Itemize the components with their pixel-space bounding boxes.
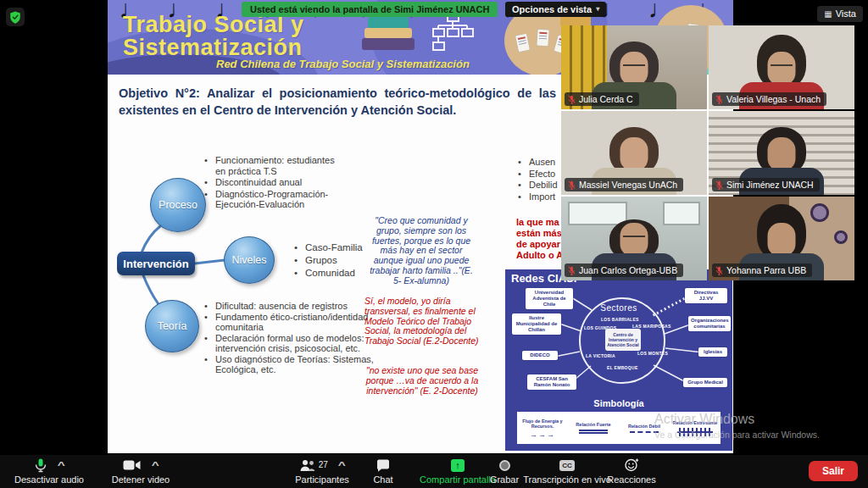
bullet-item: Discontinuidad anual (203, 177, 347, 188)
mic-muted-icon (568, 266, 576, 275)
participant-name: Simi Jiménez UNACH (726, 180, 814, 190)
bullet-item: Dificultad: ausencia de registros (203, 301, 379, 312)
video-tile-valeria[interactable]: Valeria Villegas - Unach (709, 25, 854, 109)
sector-label: LOS MONTES (637, 351, 668, 356)
chevron-down-icon: ▾ (596, 2, 599, 17)
leave-meeting-button[interactable]: Salir (809, 461, 858, 481)
redes-node-box: Ilustre Municipalidad de Chillán (512, 313, 561, 335)
windows-activation-watermark: Activar Windows Ve a Configuración para … (654, 412, 820, 440)
redes-node-box: DIDECO (522, 351, 558, 360)
cc-icon: CC (559, 460, 575, 471)
watermark-line1: Activar Windows (654, 412, 820, 427)
participant-name-tag: Julia Cerda C (565, 92, 639, 106)
watermark-line2: Ve a Configuración para activar Windows. (654, 430, 820, 440)
quote-docente-2: "no existe uno que sea base porque …va d… (364, 366, 480, 396)
stop-video-label: Detener video (112, 474, 170, 485)
record-button[interactable]: Grabar (485, 458, 524, 485)
legend-item: Flujo de Energía y Recursos. →→→ (517, 412, 568, 444)
video-options-caret[interactable]: ^ (152, 460, 159, 470)
redes-node-box: Organizaciones comunitarias (688, 316, 731, 331)
legend-title: Simbología (505, 398, 732, 408)
stop-video-button[interactable]: ^ Detener video (100, 458, 181, 485)
video-tile-juan[interactable]: Juan Carlos Ortega-UBB (561, 197, 707, 280)
participants-button[interactable]: 27 ^ Participantes (280, 458, 364, 485)
audio-options-caret[interactable]: ^ (57, 460, 64, 470)
smiley-reactions-icon (625, 458, 639, 472)
bullet-item: Funcionamiento: estudiantes en práctica … (203, 155, 347, 176)
participants-count: 27 (319, 460, 328, 469)
mute-audio-button[interactable]: ^ Desactivar audio (7, 458, 92, 485)
share-screen-icon: ↑ (451, 459, 465, 472)
sector-label: LOS BARRIALES (601, 317, 639, 322)
redes-node-box: Universidad Adventista de Chile (526, 288, 573, 309)
quote-exalumna: "Creo que comunidad y grupo, siempre son… (366, 216, 476, 286)
live-transcript-button[interactable]: CC Transcripción en vivo (520, 458, 614, 485)
participant-name-tag: Juan Carlos Ortega-UBB (565, 263, 683, 277)
redes-node-box: CESFAM San Ramón Nonato (527, 374, 576, 390)
diagram-node-proceso: Proceso (150, 178, 206, 232)
bullet-item: Declaración formal uso de modelos: inter… (203, 333, 379, 354)
diagram-root-intervencion: Intervención (117, 252, 195, 275)
mic-muted-icon (715, 180, 723, 190)
diagram-node-teoria: Teoría (145, 300, 199, 352)
chat-bubble-icon (376, 459, 390, 472)
video-backdrop (663, 202, 700, 225)
participants-options-caret[interactable]: ^ (337, 460, 345, 470)
vista-label: Vista (836, 6, 856, 22)
bullet-item: Uso diagnóstico de Teorías: Sistemas, Ec… (203, 354, 379, 375)
mic-muted-icon (568, 180, 576, 190)
camera-icon (123, 459, 141, 471)
view-options-label: Opciones de vista (512, 2, 592, 17)
bullet-item: Diagnóstico-Programación-Ejecución-Evalu… (203, 189, 347, 210)
bullet-item: Fundamento ético-cristiano/identidad com… (203, 312, 379, 333)
participant-name: Juan Carlos Ortega-UBB (579, 265, 677, 275)
sector-label: EL EMBOQUE (607, 365, 638, 370)
flow-arrows-symbol: →→→ (530, 431, 555, 438)
zoom-toolbar: ^ Desactivar audio ^ Detener video 27 (0, 455, 868, 488)
mic-muted-icon (715, 95, 723, 104)
chat-button[interactable]: Chat (364, 458, 402, 485)
mic-muted-icon (568, 95, 576, 104)
redes-node-box: Grupo Medical (683, 378, 727, 387)
sector-label: LA VICTORIA (586, 353, 615, 358)
participant-name: Valeria Villegas - Unach (726, 94, 821, 104)
legend-item: Relación Fuerte (568, 412, 619, 444)
video-tile-yohanna[interactable]: Yohanna Parra UBB (709, 197, 854, 280)
participant-name-tag: Valeria Villegas - Unach (712, 92, 826, 106)
participants-icon (300, 459, 315, 472)
view-options-button[interactable]: Opciones de vista ▾ (505, 2, 606, 17)
meeting-security-button[interactable] (6, 8, 25, 26)
redes-node-box: Directivas JJ.VV (685, 288, 727, 303)
video-tile-massiel[interactable]: Massiel Venegas UnACh (561, 111, 707, 195)
participants-label: Participantes (295, 474, 349, 485)
proceso-bullet-list: Funcionamiento: estudiantes en práctica … (203, 155, 347, 211)
video-tile-simi[interactable]: Simi Jiménez UNACH (709, 111, 854, 195)
redes-node-box: Iglesias (698, 347, 727, 357)
chat-label: Chat (373, 474, 392, 485)
record-label: Grabar (490, 474, 519, 485)
mic-muted-icon (715, 266, 723, 275)
shield-check-icon (9, 11, 21, 24)
grid-view-icon: ▦ (824, 6, 832, 22)
mute-audio-label: Desactivar audio (14, 474, 84, 485)
quote-docente-1: Sí, el modelo, yo diría transversal, es … (364, 297, 480, 347)
participant-name-tag: Massiel Venegas UnACh (565, 178, 683, 191)
vista-button[interactable]: ▦ Vista (817, 6, 863, 22)
participant-name-tag: Simi Jiménez UNACH (712, 178, 820, 191)
reactions-label: Reacciones (607, 474, 655, 485)
screen-share-banner: Usted está viendo la pantalla de Simi Ji… (242, 2, 498, 17)
live-transcript-label: Transcripción en vivo (523, 474, 611, 485)
video-backdrop (810, 203, 829, 222)
participant-name: Yohanna Parra UBB (726, 265, 806, 275)
microphone-icon (35, 458, 47, 473)
redes-center-box: Centro de Intervención y Atención Social (605, 329, 641, 351)
video-tile-julia[interactable]: Julia Cerda C (561, 25, 707, 109)
participant-name-tag: Yohanna Parra UBB (712, 263, 812, 277)
video-backdrop (834, 230, 848, 244)
video-backdrop (568, 202, 627, 225)
record-icon (499, 460, 510, 471)
legend-label: Relación Fuerte (576, 422, 610, 427)
participant-name: Julia Cerda C (579, 94, 633, 104)
reactions-button[interactable]: Reacciones (604, 458, 659, 485)
diagram-node-niveles: Niveles (224, 236, 275, 284)
